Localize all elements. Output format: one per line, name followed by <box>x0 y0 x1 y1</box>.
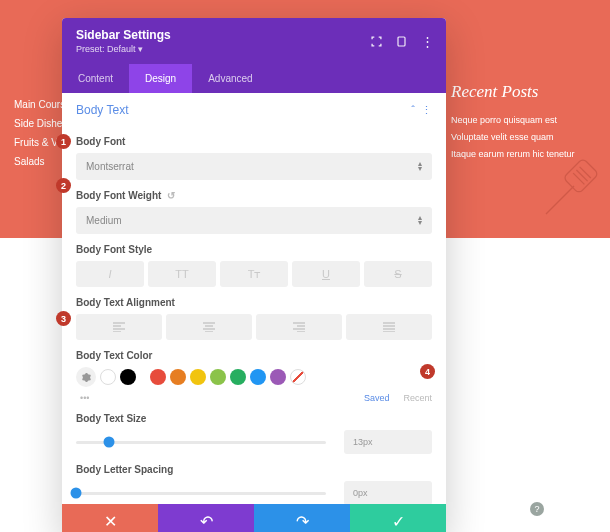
font-select[interactable]: Montserrat ▴▾ <box>76 153 432 180</box>
uppercase-button[interactable]: TT <box>148 261 216 287</box>
swatch-black[interactable] <box>120 369 136 385</box>
color-settings-button[interactable] <box>76 367 96 387</box>
close-icon: ✕ <box>104 512 117 531</box>
weight-select[interactable]: Medium ▴▾ <box>76 207 432 234</box>
spacing-slider[interactable] <box>76 492 326 495</box>
label-body-spacing: Body Letter Spacing <box>76 464 432 475</box>
save-button[interactable]: ✓ <box>350 504 446 532</box>
palette-recent[interactable]: Recent <box>403 393 432 403</box>
size-input[interactable]: 13px <box>344 430 432 454</box>
section-title: Body Text <box>76 103 128 117</box>
reset-icon[interactable]: ↺ <box>167 190 175 201</box>
cancel-button[interactable]: ✕ <box>62 504 158 532</box>
redo-button[interactable]: ↷ <box>254 504 350 532</box>
chevron-down-icon: ▾ <box>138 44 143 54</box>
svg-rect-4 <box>398 37 405 46</box>
recent-post-link[interactable]: Itaque earum rerum hic tenetur <box>451 146 586 163</box>
svg-line-2 <box>573 173 584 184</box>
spacing-input[interactable]: 0px <box>344 481 432 504</box>
swatch-blue[interactable] <box>250 369 266 385</box>
align-justify-button[interactable] <box>346 314 432 340</box>
updown-icon: ▴▾ <box>418 216 422 226</box>
recent-post-link[interactable]: Neque porro quisquam est <box>451 112 586 129</box>
nav-item[interactable]: Side Dishes <box>14 114 67 133</box>
palette-saved[interactable]: Saved <box>364 393 390 403</box>
section-header[interactable]: Body Text ˆ⋮ <box>62 93 446 126</box>
chevron-up-icon[interactable]: ˆ <box>411 104 415 117</box>
settings-modal: Sidebar Settings Preset: Default ▾ ⋮ Con… <box>62 18 446 532</box>
align-left-button[interactable] <box>76 314 162 340</box>
recent-posts-title: Recent Posts <box>451 82 586 102</box>
page-nav: Main Cours Side Dishes Fruits & Ve Salad… <box>14 95 67 171</box>
nav-item[interactable]: Main Cours <box>14 95 67 114</box>
swatch-purple[interactable] <box>270 369 286 385</box>
tab-content[interactable]: Content <box>62 64 129 93</box>
preset-selector[interactable]: Preset: Default ▾ <box>76 44 171 54</box>
color-subtabs: ••• Saved Recent <box>80 393 432 403</box>
align-center-button[interactable] <box>166 314 252 340</box>
modal-footer: ✕ ↶ ↷ ✓ <box>62 504 446 532</box>
align-right-button[interactable] <box>256 314 342 340</box>
color-swatches <box>76 367 432 387</box>
swatch-lime[interactable] <box>210 369 226 385</box>
style-buttons: I TT Tᴛ U S <box>76 261 432 287</box>
label-body-size: Body Text Size <box>76 413 432 424</box>
recent-post-link[interactable]: Voluptate velit esse quam <box>451 129 586 146</box>
nav-item[interactable]: Salads <box>14 152 67 171</box>
swatch-red[interactable] <box>150 369 166 385</box>
palette-more[interactable]: ••• <box>80 393 89 403</box>
undo-icon: ↶ <box>200 512 213 531</box>
svg-line-3 <box>580 167 591 178</box>
annotation-badge-2: 2 <box>56 178 71 193</box>
swatch-green[interactable] <box>230 369 246 385</box>
tab-design[interactable]: Design <box>129 64 192 93</box>
check-icon: ✓ <box>392 512 405 531</box>
annotation-badge-1: 1 <box>56 134 71 149</box>
swatch-none[interactable] <box>290 369 306 385</box>
underline-button[interactable]: U <box>292 261 360 287</box>
more-icon[interactable]: ⋮ <box>421 36 432 47</box>
expand-icon[interactable] <box>371 36 382 47</box>
help-icon[interactable]: ? <box>530 502 544 516</box>
svg-rect-0 <box>563 158 599 194</box>
size-slider[interactable] <box>76 441 326 444</box>
modal-body: Body Font Montserrat ▴▾ Body Font Weight… <box>62 126 446 504</box>
modal-header: Sidebar Settings Preset: Default ▾ ⋮ <box>62 18 446 64</box>
recent-posts-widget: Recent Posts Neque porro quisquam est Vo… <box>451 82 586 163</box>
redo-icon: ↷ <box>296 512 309 531</box>
swatch-yellow[interactable] <box>190 369 206 385</box>
strike-button[interactable]: S <box>364 261 432 287</box>
swatch-orange[interactable] <box>170 369 186 385</box>
label-body-align: Body Text Alignment <box>76 297 432 308</box>
tab-advanced[interactable]: Advanced <box>192 64 268 93</box>
label-body-color: Body Text Color <box>76 350 432 361</box>
updown-icon: ▴▾ <box>418 162 422 172</box>
titlecase-button[interactable]: Tᴛ <box>220 261 288 287</box>
align-buttons <box>76 314 432 340</box>
italic-button[interactable]: I <box>76 261 144 287</box>
label-body-font: Body Font <box>76 136 432 147</box>
label-body-weight: Body Font Weight↺ <box>76 190 432 201</box>
label-body-style: Body Font Style <box>76 244 432 255</box>
modal-title: Sidebar Settings <box>76 28 171 42</box>
undo-button[interactable]: ↶ <box>158 504 254 532</box>
swatch-white[interactable] <box>100 369 116 385</box>
modal-tabs: Content Design Advanced <box>62 64 446 93</box>
tablet-icon[interactable] <box>396 36 407 47</box>
annotation-badge-3: 3 <box>56 311 71 326</box>
svg-line-1 <box>576 170 587 181</box>
annotation-badge-4: 4 <box>420 364 435 379</box>
options-icon[interactable]: ⋮ <box>421 104 432 117</box>
